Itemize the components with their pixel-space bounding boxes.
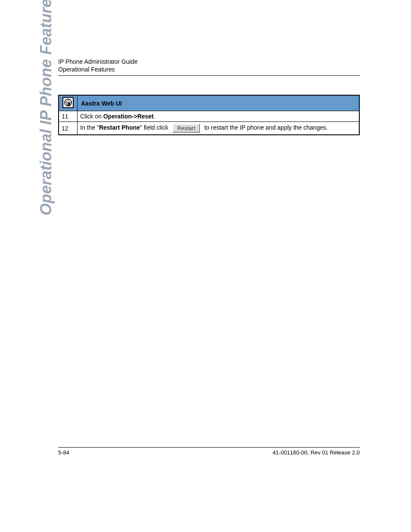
table-title-icon-cell — [59, 95, 78, 111]
footer-divider — [58, 447, 360, 448]
step-number: 12 — [59, 122, 78, 135]
table-title: Aastra Web UI — [78, 95, 360, 111]
text: In the " — [80, 124, 99, 131]
text: . — [154, 113, 156, 120]
doc-title: IP Phone Administrator Guide — [58, 58, 360, 65]
table-title-row: Aastra Web UI — [59, 95, 359, 111]
step-text: In the "Restart Phone" field click Resta… — [78, 122, 360, 135]
step-number: 11 — [59, 111, 78, 122]
globe-cursor-icon — [62, 97, 74, 108]
page-content: IP Phone Administrator Guide Operational… — [58, 58, 360, 135]
table-row: 12 In the "Restart Phone" field click Re… — [59, 122, 359, 135]
side-tab-label: Operational IP Phone Features — [37, 0, 55, 215]
bold-text: Restart Phone — [99, 124, 140, 131]
header-divider — [58, 75, 360, 76]
instruction-table: Aastra Web UI 11 Click on Operation->Res… — [58, 95, 360, 135]
restart-button[interactable]: Restart — [172, 124, 200, 133]
text: to restart the IP phone and apply the ch… — [202, 124, 328, 131]
text: " field click — [140, 124, 170, 131]
table-row: 11 Click on Operation->Reset. — [59, 111, 359, 122]
doc-subtitle: Operational Features — [58, 66, 360, 73]
bold-text: Operation->Reset — [103, 113, 154, 120]
page-footer: 5-84 41-001160-00, Rev 01 Release 2.0 — [58, 447, 360, 456]
text: Click on — [80, 113, 103, 120]
doc-revision: 41-001160-00, Rev 01 Release 2.0 — [273, 449, 360, 456]
page-number: 5-84 — [58, 449, 69, 456]
step-text: Click on Operation->Reset. — [78, 111, 360, 122]
